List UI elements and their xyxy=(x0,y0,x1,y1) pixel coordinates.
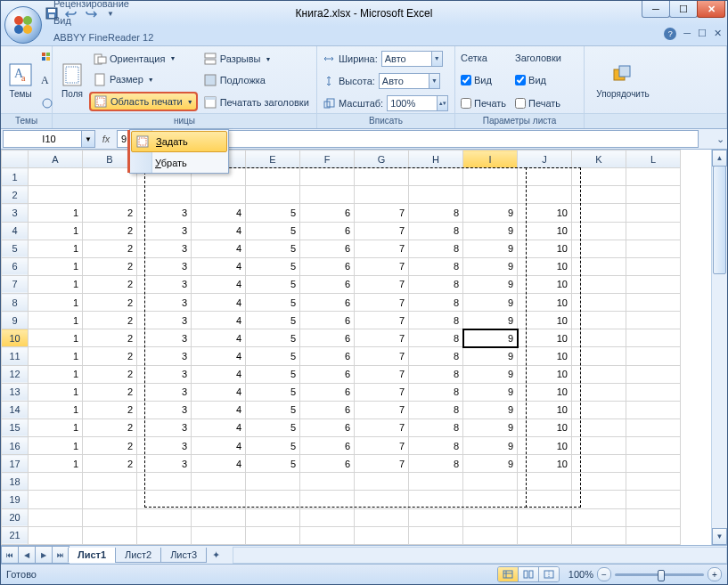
cell[interactable]: 10 xyxy=(518,437,572,455)
print-titles-button[interactable]: Печатать заголовки xyxy=(200,94,312,110)
cell[interactable]: 9 xyxy=(463,329,518,347)
row-header-17[interactable]: 17 xyxy=(2,455,29,473)
menu-set-print-area[interactable]: Задать xyxy=(131,131,227,152)
cell[interactable]: 6 xyxy=(300,275,355,293)
cell[interactable]: 3 xyxy=(137,347,192,365)
cell[interactable] xyxy=(626,508,681,526)
cell[interactable] xyxy=(572,455,626,473)
cell[interactable]: 4 xyxy=(192,365,246,383)
cell[interactable] xyxy=(83,473,137,491)
cell[interactable]: 6 xyxy=(300,204,355,222)
scroll-down-button[interactable]: ▼ xyxy=(712,528,727,545)
sheet-tab-Лист2[interactable]: Лист2 xyxy=(115,548,161,563)
cell[interactable]: 3 xyxy=(137,401,192,418)
cell[interactable]: 8 xyxy=(409,401,463,418)
cell[interactable] xyxy=(572,383,626,401)
cell[interactable]: 8 xyxy=(409,347,463,365)
cell[interactable]: 3 xyxy=(137,365,192,383)
cell[interactable] xyxy=(518,473,572,491)
cell[interactable] xyxy=(29,473,83,491)
cell[interactable]: 10 xyxy=(518,240,572,257)
sheet-nav-next[interactable]: ▶ xyxy=(35,546,53,564)
row-header-7[interactable]: 7 xyxy=(2,275,29,293)
cell[interactable] xyxy=(463,508,518,526)
cell[interactable]: 8 xyxy=(409,204,463,222)
cell[interactable]: 6 xyxy=(300,365,355,383)
cell[interactable]: 2 xyxy=(83,294,137,312)
cell[interactable]: 10 xyxy=(518,275,572,293)
cell[interactable] xyxy=(626,455,681,473)
cell[interactable]: 7 xyxy=(355,383,409,401)
zoom-in-button[interactable]: + xyxy=(708,567,722,581)
cell[interactable]: 2 xyxy=(83,437,137,455)
cell[interactable] xyxy=(626,257,681,275)
cell[interactable]: 1 xyxy=(29,222,83,240)
cell[interactable] xyxy=(572,186,626,204)
cell[interactable] xyxy=(355,473,409,491)
cell[interactable]: 5 xyxy=(246,312,300,329)
cell[interactable] xyxy=(626,294,681,312)
cell[interactable]: 2 xyxy=(83,347,137,365)
cell[interactable]: 1 xyxy=(29,329,83,347)
cell[interactable] xyxy=(572,312,626,329)
cell[interactable]: 1 xyxy=(29,418,83,436)
cell[interactable]: 10 xyxy=(518,401,572,418)
cell[interactable] xyxy=(518,526,572,544)
cell[interactable]: 9 xyxy=(463,257,518,275)
cell[interactable] xyxy=(246,186,300,204)
cell[interactable]: 2 xyxy=(83,455,137,473)
width-combo[interactable]: Авто▼ xyxy=(381,51,443,67)
cell[interactable] xyxy=(626,365,681,383)
cell[interactable]: 9 xyxy=(463,204,518,222)
cell[interactable]: 1 xyxy=(29,312,83,329)
cell[interactable]: 1 xyxy=(29,240,83,257)
cell[interactable] xyxy=(572,257,626,275)
cell[interactable]: 5 xyxy=(246,418,300,436)
cell[interactable] xyxy=(300,491,355,508)
cell[interactable]: 9 xyxy=(463,222,518,240)
cell[interactable] xyxy=(572,418,626,436)
cell[interactable]: 8 xyxy=(409,383,463,401)
row-header-19[interactable]: 19 xyxy=(2,491,29,508)
cell[interactable]: 9 xyxy=(463,383,518,401)
cell[interactable] xyxy=(626,204,681,222)
cell[interactable]: 5 xyxy=(246,204,300,222)
cell[interactable]: 6 xyxy=(300,257,355,275)
cell[interactable] xyxy=(626,329,681,347)
cell[interactable]: 4 xyxy=(192,401,246,418)
cell[interactable]: 1 xyxy=(29,401,83,418)
cell[interactable] xyxy=(355,526,409,544)
cell[interactable]: 9 xyxy=(463,312,518,329)
minimize-button[interactable]: ─ xyxy=(642,1,670,18)
close-button[interactable]: ✕ xyxy=(697,1,725,18)
cell[interactable] xyxy=(572,491,626,508)
cell[interactable] xyxy=(463,168,518,186)
cell[interactable] xyxy=(572,329,626,347)
cell[interactable]: 7 xyxy=(355,240,409,257)
horizontal-scrollbar[interactable] xyxy=(233,547,727,564)
cell[interactable]: 6 xyxy=(300,418,355,436)
cell[interactable]: 5 xyxy=(246,383,300,401)
cell[interactable]: 8 xyxy=(409,275,463,293)
cell[interactable]: 6 xyxy=(300,437,355,455)
cell[interactable] xyxy=(246,473,300,491)
cell[interactable] xyxy=(463,526,518,544)
cell[interactable]: 4 xyxy=(192,240,246,257)
cell[interactable] xyxy=(572,204,626,222)
cell[interactable] xyxy=(192,491,246,508)
cell[interactable] xyxy=(300,186,355,204)
cell[interactable]: 8 xyxy=(409,418,463,436)
cell[interactable] xyxy=(83,508,137,526)
cell[interactable] xyxy=(355,508,409,526)
row-header-16[interactable]: 16 xyxy=(2,437,29,455)
col-header-I[interactable]: I xyxy=(463,150,518,168)
cell[interactable] xyxy=(518,491,572,508)
cell[interactable]: 4 xyxy=(192,222,246,240)
worksheet-grid[interactable]: ABCDEFGHIJKL1231234567891041234567891051… xyxy=(1,150,727,545)
row-header-18[interactable]: 18 xyxy=(2,473,29,491)
cell[interactable] xyxy=(572,401,626,418)
cell[interactable]: 3 xyxy=(137,329,192,347)
cell[interactable]: 1 xyxy=(29,347,83,365)
cell[interactable]: 7 xyxy=(355,257,409,275)
cell[interactable] xyxy=(300,526,355,544)
